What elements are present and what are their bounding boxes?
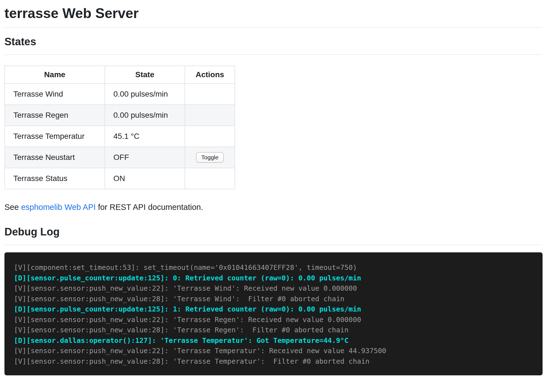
states-heading: States: [4, 36, 543, 48]
page: terrasse Web Server States Name State Ac…: [0, 5, 547, 375]
title-divider: [4, 27, 543, 28]
log-line: [V][sensor.sensor:push_new_value:28]: 'T…: [14, 357, 369, 365]
esphomelib-web-api-link[interactable]: esphomelib Web API: [21, 203, 96, 212]
row-state-cell: 0.00 pulses/min: [105, 84, 185, 105]
page-title: terrasse Web Server: [4, 5, 543, 22]
log-line: [D][sensor.pulse_counter:update:125]: 1:…: [14, 305, 361, 313]
log-line: [D][sensor.pulse_counter:update:125]: 0:…: [14, 274, 361, 282]
table-header-row: Name State Actions: [5, 66, 235, 84]
api-note-suffix: for REST API documentation.: [96, 203, 203, 212]
table-row: Terrasse Temperatur45.1 °C: [5, 126, 235, 147]
row-actions-cell: [185, 126, 235, 147]
row-actions-cell: [185, 168, 235, 189]
row-state-cell: ON: [105, 168, 185, 189]
row-name-cell: Terrasse Regen: [5, 105, 105, 126]
api-note-prefix: See: [4, 203, 21, 212]
row-state-cell: OFF: [105, 147, 185, 168]
debug-log-output[interactable]: [V][component:set_timeout:53]: set_timeo…: [4, 252, 543, 375]
toggle-button[interactable]: Toggle: [196, 152, 224, 163]
log-line: [V][sensor.sensor:push_new_value:28]: 'T…: [14, 326, 349, 334]
states-divider: [4, 54, 543, 55]
row-state-cell: 0.00 pulses/min: [105, 105, 185, 126]
api-note: See esphomelib Web API for REST API docu…: [4, 203, 543, 212]
states-table: Name State Actions Terrasse Wind0.00 pul…: [4, 66, 235, 189]
log-line: [V][sensor.sensor:push_new_value:22]: 'T…: [14, 284, 357, 292]
row-actions-cell: [185, 84, 235, 105]
row-state-cell: 45.1 °C: [105, 126, 185, 147]
debug-divider: [4, 245, 543, 245]
log-line: [D][sensor.dallas:operator():127]: 'Terr…: [14, 336, 349, 345]
log-line: [V][sensor.sensor:push_new_value:22]: 'T…: [14, 347, 386, 355]
log-line: [V][sensor.sensor:push_new_value:22]: 'T…: [14, 316, 361, 324]
column-header-name: Name: [5, 66, 105, 84]
table-row: Terrasse Wind0.00 pulses/min: [5, 84, 235, 105]
row-name-cell: Terrasse Wind: [5, 84, 105, 105]
row-actions-cell: [185, 105, 235, 126]
column-header-state: State: [105, 66, 185, 84]
table-row: Terrasse NeustartOFFToggle: [5, 147, 235, 168]
row-actions-cell: Toggle: [185, 147, 235, 168]
column-header-actions: Actions: [185, 66, 235, 84]
log-line: [V][component:set_timeout:53]: set_timeo…: [14, 263, 357, 272]
table-row: Terrasse Regen0.00 pulses/min: [5, 105, 235, 126]
row-name-cell: Terrasse Temperatur: [5, 126, 105, 147]
row-name-cell: Terrasse Status: [5, 168, 105, 189]
table-row: Terrasse StatusON: [5, 168, 235, 189]
row-name-cell: Terrasse Neustart: [5, 147, 105, 168]
log-line: [V][sensor.sensor:push_new_value:28]: 'T…: [14, 295, 344, 303]
debug-log-heading: Debug Log: [4, 226, 543, 238]
